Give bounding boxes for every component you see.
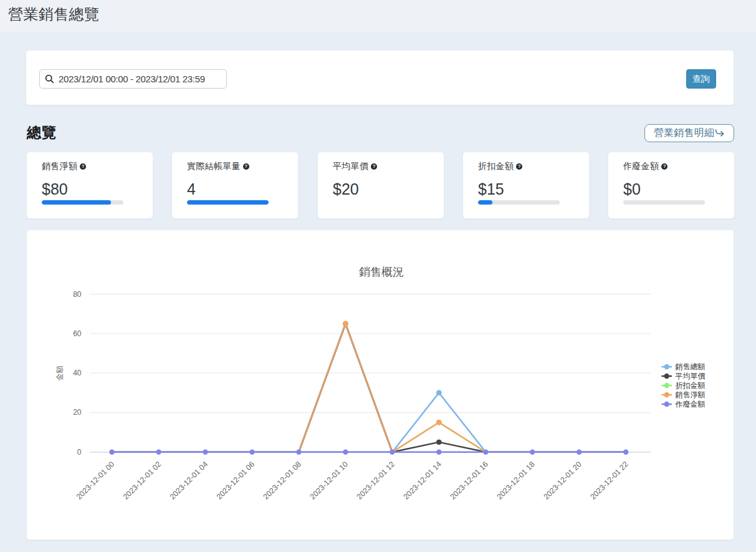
svg-text:40: 40	[73, 369, 82, 377]
svg-text:作廢金額: 作廢金額	[675, 400, 706, 409]
svg-text:2023-12-01 00: 2023-12-01 00	[75, 460, 117, 501]
svg-text:銷售淨額: 銷售淨額	[675, 390, 706, 399]
svg-text:2023-12-01 02: 2023-12-01 02	[122, 460, 163, 501]
svg-text:銷售總額: 銷售總額	[675, 362, 706, 371]
svg-text:2023-12-01 04: 2023-12-01 04	[168, 460, 210, 501]
svg-text:2023-12-01 10: 2023-12-01 10	[309, 460, 350, 501]
svg-text:2023-12-01 20: 2023-12-01 20	[542, 460, 583, 501]
svg-text:折扣金額: 折扣金額	[676, 381, 706, 390]
svg-text:60: 60	[73, 329, 82, 338]
svg-text:2023-12-01 12: 2023-12-01 12	[355, 460, 397, 501]
svg-text:2023-12-01 16: 2023-12-01 16	[448, 460, 490, 501]
svg-text:2023-12-01 18: 2023-12-01 18	[495, 460, 537, 501]
svg-text:2023-12-01 22: 2023-12-01 22	[588, 460, 630, 501]
svg-text:銷售概況: 銷售概況	[359, 266, 404, 278]
svg-text:0: 0	[77, 448, 82, 457]
svg-text:金額: 金額	[55, 366, 64, 381]
svg-text:80: 80	[73, 290, 82, 299]
svg-text:平均單價: 平均單價	[676, 372, 706, 380]
svg-text:20: 20	[73, 408, 82, 417]
svg-text:2023-12-01 06: 2023-12-01 06	[215, 460, 257, 501]
svg-text:2023-12-01 14: 2023-12-01 14	[401, 460, 443, 501]
svg-text:2023-12-01 08: 2023-12-01 08	[262, 460, 304, 501]
